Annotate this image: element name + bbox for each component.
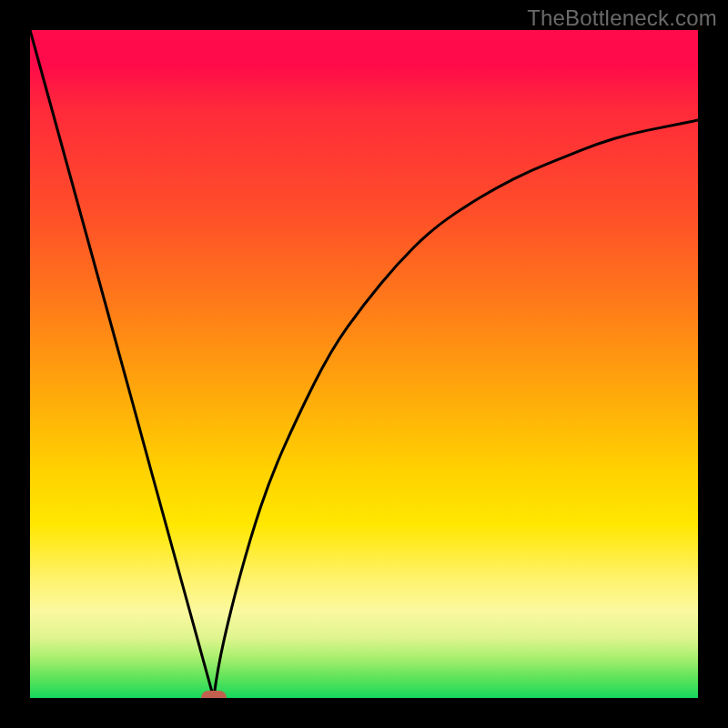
chart-frame: TheBottleneck.com	[0, 0, 728, 728]
curve-layer	[30, 30, 698, 698]
optimum-marker	[201, 691, 227, 698]
watermark-text: TheBottleneck.com	[527, 5, 717, 31]
plot-area	[30, 30, 698, 698]
bottleneck-curve	[30, 30, 698, 698]
